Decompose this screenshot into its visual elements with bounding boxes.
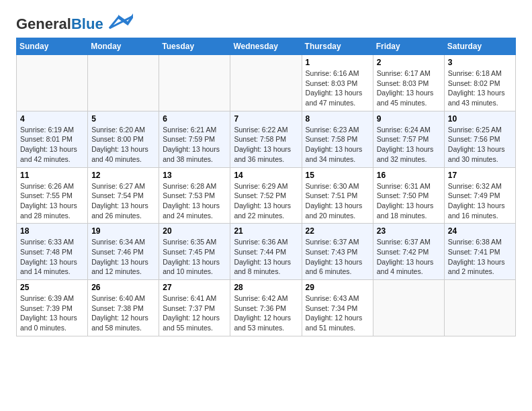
calendar-week-5: 25Sunrise: 6:39 AMSunset: 7:39 PMDayligh… <box>17 280 516 336</box>
calendar-cell: 13Sunrise: 6:28 AMSunset: 7:53 PMDayligh… <box>159 167 230 224</box>
day-number: 29 <box>306 283 369 292</box>
day-info: Sunrise: 6:20 AMSunset: 8:00 PMDaylight:… <box>91 125 155 165</box>
logo-general: General <box>16 15 71 32</box>
day-number: 1 <box>306 58 369 67</box>
day-number: 25 <box>20 283 84 292</box>
day-number: 19 <box>91 226 155 236</box>
calendar-cell <box>17 55 88 111</box>
calendar-cell: 11Sunrise: 6:26 AMSunset: 7:55 PMDayligh… <box>17 167 88 224</box>
day-info: Sunrise: 6:43 AMSunset: 7:34 PMDaylight:… <box>306 293 369 333</box>
calendar-cell: 7Sunrise: 6:22 AMSunset: 7:58 PMDaylight… <box>230 111 302 167</box>
day-info: Sunrise: 6:26 AMSunset: 7:55 PMDaylight:… <box>20 181 84 221</box>
day-number: 14 <box>234 171 298 180</box>
calendar-cell: 3Sunrise: 6:18 AMSunset: 8:02 PMDaylight… <box>444 55 515 111</box>
day-info: Sunrise: 6:31 AMSunset: 7:50 PMDaylight:… <box>377 181 441 221</box>
day-info: Sunrise: 6:25 AMSunset: 7:56 PMDaylight:… <box>448 125 512 165</box>
day-number: 23 <box>377 226 441 236</box>
day-info: Sunrise: 6:39 AMSunset: 7:39 PMDaylight:… <box>20 293 84 333</box>
day-info: Sunrise: 6:34 AMSunset: 7:46 PMDaylight:… <box>91 237 155 277</box>
calendar-cell: 16Sunrise: 6:31 AMSunset: 7:50 PMDayligh… <box>373 167 444 224</box>
calendar-cell: 4Sunrise: 6:19 AMSunset: 8:01 PMDaylight… <box>17 111 88 167</box>
day-number: 15 <box>306 171 369 180</box>
day-number: 20 <box>163 226 226 236</box>
logo-blue: Blue <box>71 15 103 32</box>
calendar-cell <box>373 280 444 336</box>
calendar-cell: 14Sunrise: 6:29 AMSunset: 7:52 PMDayligh… <box>230 167 302 224</box>
day-number: 9 <box>377 114 441 124</box>
day-info: Sunrise: 6:21 AMSunset: 7:59 PMDaylight:… <box>163 125 226 165</box>
calendar-table: SundayMondayTuesdayWednesdayThursdayFrid… <box>16 38 516 336</box>
calendar-cell <box>230 55 302 111</box>
calendar-cell: 21Sunrise: 6:36 AMSunset: 7:44 PMDayligh… <box>230 224 302 280</box>
day-info: Sunrise: 6:23 AMSunset: 7:58 PMDaylight:… <box>306 125 369 165</box>
day-number: 18 <box>20 226 84 236</box>
weekday-header-saturday: Saturday <box>444 38 515 55</box>
weekday-header-friday: Friday <box>373 38 444 55</box>
calendar-cell: 23Sunrise: 6:37 AMSunset: 7:42 PMDayligh… <box>373 224 444 280</box>
day-info: Sunrise: 6:35 AMSunset: 7:45 PMDaylight:… <box>163 237 226 277</box>
calendar-cell: 24Sunrise: 6:38 AMSunset: 7:41 PMDayligh… <box>444 224 515 280</box>
calendar-cell: 26Sunrise: 6:40 AMSunset: 7:38 PMDayligh… <box>88 280 159 336</box>
calendar-cell: 18Sunrise: 6:33 AMSunset: 7:48 PMDayligh… <box>17 224 88 280</box>
calendar-cell: 27Sunrise: 6:41 AMSunset: 7:37 PMDayligh… <box>159 280 230 336</box>
day-info: Sunrise: 6:24 AMSunset: 7:57 PMDaylight:… <box>377 125 441 165</box>
day-number: 4 <box>20 114 84 124</box>
day-info: Sunrise: 6:36 AMSunset: 7:44 PMDaylight:… <box>234 237 298 277</box>
calendar-cell: 20Sunrise: 6:35 AMSunset: 7:45 PMDayligh… <box>159 224 230 280</box>
logo: GeneralBlue <box>16 16 133 32</box>
weekday-header-tuesday: Tuesday <box>159 38 230 55</box>
day-info: Sunrise: 6:28 AMSunset: 7:53 PMDaylight:… <box>163 181 226 221</box>
day-info: Sunrise: 6:22 AMSunset: 7:58 PMDaylight:… <box>234 125 298 165</box>
calendar-cell: 6Sunrise: 6:21 AMSunset: 7:59 PMDaylight… <box>159 111 230 167</box>
day-info: Sunrise: 6:29 AMSunset: 7:52 PMDaylight:… <box>234 181 298 221</box>
calendar-cell: 15Sunrise: 6:30 AMSunset: 7:51 PMDayligh… <box>302 167 373 224</box>
calendar-cell: 19Sunrise: 6:34 AMSunset: 7:46 PMDayligh… <box>88 224 159 280</box>
day-number: 8 <box>306 114 369 124</box>
day-number: 7 <box>234 114 298 124</box>
day-info: Sunrise: 6:17 AMSunset: 8:03 PMDaylight:… <box>377 68 441 108</box>
day-number: 27 <box>163 283 226 292</box>
calendar-cell: 28Sunrise: 6:42 AMSunset: 7:36 PMDayligh… <box>230 280 302 336</box>
day-info: Sunrise: 6:27 AMSunset: 7:54 PMDaylight:… <box>91 181 155 221</box>
calendar-cell: 12Sunrise: 6:27 AMSunset: 7:54 PMDayligh… <box>88 167 159 224</box>
logo-icon <box>106 13 133 32</box>
calendar-cell: 9Sunrise: 6:24 AMSunset: 7:57 PMDaylight… <box>373 111 444 167</box>
day-info: Sunrise: 6:18 AMSunset: 8:02 PMDaylight:… <box>448 68 512 108</box>
weekday-header-thursday: Thursday <box>302 38 373 55</box>
calendar-week-3: 11Sunrise: 6:26 AMSunset: 7:55 PMDayligh… <box>17 167 516 224</box>
day-number: 24 <box>448 226 512 236</box>
day-number: 3 <box>448 58 512 67</box>
day-number: 10 <box>448 114 512 124</box>
day-number: 26 <box>91 283 155 292</box>
calendar-week-2: 4Sunrise: 6:19 AMSunset: 8:01 PMDaylight… <box>17 111 516 167</box>
calendar-cell: 29Sunrise: 6:43 AMSunset: 7:34 PMDayligh… <box>302 280 373 336</box>
day-info: Sunrise: 6:16 AMSunset: 8:03 PMDaylight:… <box>306 68 369 108</box>
day-info: Sunrise: 6:30 AMSunset: 7:51 PMDaylight:… <box>306 181 369 221</box>
calendar-header-row: SundayMondayTuesdayWednesdayThursdayFrid… <box>17 38 516 55</box>
day-info: Sunrise: 6:38 AMSunset: 7:41 PMDaylight:… <box>448 237 512 277</box>
calendar-cell: 5Sunrise: 6:20 AMSunset: 8:00 PMDaylight… <box>88 111 159 167</box>
day-info: Sunrise: 6:19 AMSunset: 8:01 PMDaylight:… <box>20 125 84 165</box>
calendar-cell: 22Sunrise: 6:37 AMSunset: 7:43 PMDayligh… <box>302 224 373 280</box>
day-number: 28 <box>234 283 298 292</box>
calendar-cell: 1Sunrise: 6:16 AMSunset: 8:03 PMDaylight… <box>302 55 373 111</box>
day-number: 2 <box>377 58 441 67</box>
day-info: Sunrise: 6:33 AMSunset: 7:48 PMDaylight:… <box>20 237 84 277</box>
calendar-cell: 17Sunrise: 6:32 AMSunset: 7:49 PMDayligh… <box>444 167 515 224</box>
logo-text: GeneralBlue <box>16 17 103 32</box>
day-number: 12 <box>91 171 155 180</box>
weekday-header-sunday: Sunday <box>17 38 88 55</box>
day-info: Sunrise: 6:40 AMSunset: 7:38 PMDaylight:… <box>91 293 155 333</box>
calendar-cell: 25Sunrise: 6:39 AMSunset: 7:39 PMDayligh… <box>17 280 88 336</box>
calendar-week-1: 1Sunrise: 6:16 AMSunset: 8:03 PMDaylight… <box>17 55 516 111</box>
day-number: 16 <box>377 171 441 180</box>
day-number: 13 <box>163 171 226 180</box>
calendar-cell <box>159 55 230 111</box>
day-info: Sunrise: 6:42 AMSunset: 7:36 PMDaylight:… <box>234 293 298 333</box>
calendar-cell: 8Sunrise: 6:23 AMSunset: 7:58 PMDaylight… <box>302 111 373 167</box>
day-info: Sunrise: 6:37 AMSunset: 7:42 PMDaylight:… <box>377 237 441 277</box>
calendar-cell: 2Sunrise: 6:17 AMSunset: 8:03 PMDaylight… <box>373 55 444 111</box>
calendar-cell <box>88 55 159 111</box>
day-number: 6 <box>163 114 226 124</box>
weekday-header-monday: Monday <box>88 38 159 55</box>
